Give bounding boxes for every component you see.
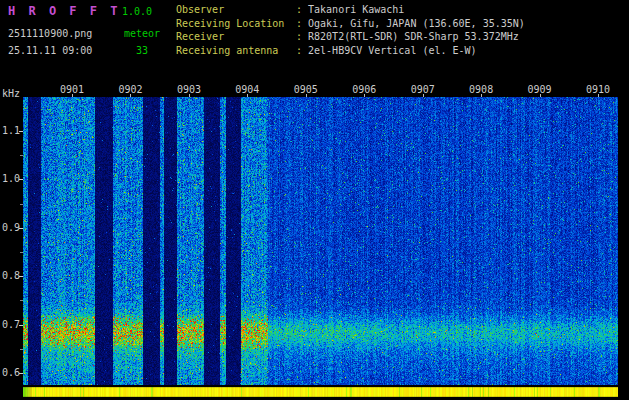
info-label: Receiving antenna (176, 44, 296, 58)
y-axis-tick-label: 0.8 (2, 270, 20, 281)
y-axis-tick-label: 1.1 (2, 125, 20, 136)
info-colon: : (296, 44, 302, 58)
echo-count: 33 (136, 45, 148, 56)
y-axis-tick-label: 0.6 (2, 367, 20, 378)
y-axis-tick-label: 1.0 (2, 173, 20, 184)
y-axis-unit-label: kHz (2, 88, 20, 99)
datetime-label: 25.11.11 09:00 (8, 45, 92, 56)
spectrogram-canvas (23, 97, 618, 385)
app-title: H R O F F T (8, 4, 120, 18)
info-row: Receiving antenna:2el-HB9CV Vertical (el… (176, 44, 525, 58)
info-label: Observer (176, 3, 296, 17)
info-value: Ogaki, Gifu, JAPAN (136.60E, 35.35N) (308, 17, 525, 31)
y-axis-tick-label: 0.7 (2, 319, 20, 330)
info-row: Receiving Location:Ogaki, Gifu, JAPAN (1… (176, 17, 525, 31)
info-colon: : (296, 3, 302, 17)
mode-label: meteor (124, 28, 160, 39)
info-value: R820T2(RTL-SDR) SDR-Sharp 53.372MHz (308, 30, 519, 44)
info-label: Receiving Location (176, 17, 296, 31)
info-colon: : (296, 17, 302, 31)
info-colon: : (296, 30, 302, 44)
info-value: Takanori Kawachi (308, 3, 404, 17)
app-version: 1.0.0 (122, 6, 152, 17)
hrofft-output-screen: H R O F F T 1.0.0 2511110900.png meteor … (0, 0, 629, 400)
info-row: Receiver:R820T2(RTL-SDR) SDR-Sharp 53.37… (176, 30, 525, 44)
info-row: Observer:Takanori Kawachi (176, 3, 525, 17)
info-label: Receiver (176, 30, 296, 44)
output-filename: 2511110900.png (8, 28, 92, 39)
info-value: 2el-HB9CV Vertical (el. E-W) (308, 44, 477, 58)
observer-info-block: Observer:Takanori KawachiReceiving Locat… (176, 3, 525, 57)
y-axis-tick-label: 0.9 (2, 222, 20, 233)
signal-level-bar (23, 387, 618, 397)
